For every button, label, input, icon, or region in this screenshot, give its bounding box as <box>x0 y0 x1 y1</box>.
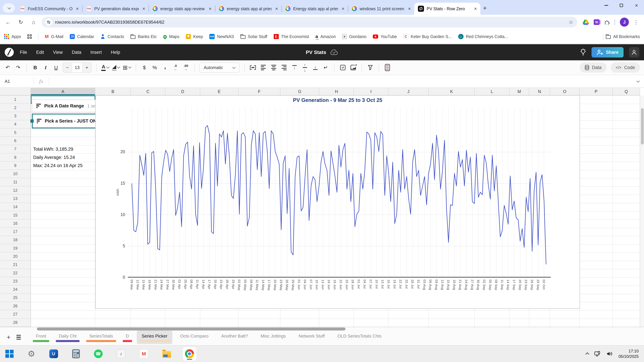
browser-tab[interactable]: FOXPV generation data expor× <box>82 3 148 15</box>
text-color-button[interactable]: A <box>101 63 109 72</box>
row-header-12[interactable]: 12 <box>0 186 31 195</box>
row-header-2[interactable]: 2 <box>0 104 31 112</box>
column-header-D[interactable]: D <box>165 88 200 95</box>
bookmark-item[interactable]: DSMNewNAS <box>209 34 234 39</box>
vertical-align-middle-button[interactable]: ↑↓ <box>301 63 308 72</box>
vertical-scrollbar-thumb[interactable] <box>641 108 644 144</box>
row-header-7[interactable]: 7 <box>0 145 31 153</box>
column-header-E[interactable]: E <box>200 88 238 95</box>
taskbar-windows-start-button[interactable] <box>5 350 14 358</box>
user-avatar-button[interactable] <box>629 47 639 57</box>
taskbar-media-app-button[interactable]: ♪ <box>117 350 126 358</box>
workbook-title[interactable]: PV Stats <box>306 49 326 55</box>
grid-corner-cell[interactable] <box>0 88 31 95</box>
borders-button[interactable]: ⊞ <box>123 63 131 72</box>
bookmark-item[interactable]: MG-Mail <box>45 34 64 39</box>
column-header-P[interactable]: P <box>580 88 613 95</box>
sheet-tab-series-picker[interactable]: Series Picker <box>137 331 172 344</box>
align-left-button[interactable] <box>260 63 267 72</box>
browser-tab[interactable]: windows 11 print screen -× <box>348 3 414 15</box>
column-header-G[interactable]: G <box>280 88 319 95</box>
taskbar-chrome-button-active[interactable] <box>183 347 196 361</box>
menu-item-edit[interactable]: Edit <box>36 50 44 55</box>
number-format-select[interactable]: Automatic <box>200 62 240 72</box>
bookmark-item[interactable]: ♣Giordano <box>342 34 366 39</box>
row-header-23[interactable]: 23 <box>0 277 31 285</box>
address-bar[interactable]: rowzero.io/workbook/97CAAB230193658DE67E… <box>42 17 577 27</box>
row-header-25[interactable]: 25 <box>0 294 31 302</box>
tab-close-icon[interactable]: × <box>142 6 146 11</box>
bookmark-item[interactable]: Contacts <box>100 34 124 39</box>
row-header-6[interactable]: 6 <box>0 137 31 145</box>
site-settings-icon[interactable] <box>45 18 52 26</box>
cell-A7[interactable]: Total kWh: 3,185.29 <box>31 145 73 153</box>
increase-decimal-button[interactable]: .00→ <box>182 63 190 72</box>
insert-chart-button[interactable]: ▁▃+ <box>350 63 357 72</box>
bookmark-item[interactable]: EThe Economist <box>274 34 309 39</box>
italic-button[interactable]: I <box>42 63 49 72</box>
chart-object[interactable]: PV Generation - 9 Mar 25 to 3 Oct 250510… <box>95 95 580 309</box>
cell-A9[interactable]: Max: 24.24 on 16 Apr 25 <box>31 162 82 170</box>
share-button[interactable]: Share <box>592 47 624 57</box>
tab-search-button[interactable] <box>3 3 15 13</box>
row-header-11[interactable]: 11 <box>0 178 31 186</box>
undo-button[interactable]: ↶ <box>4 63 12 72</box>
sheet-tab-misc-jottings[interactable]: Misc Jottings <box>256 331 291 344</box>
minimize-button[interactable] <box>599 0 614 11</box>
all-bookmarks-button[interactable]: All Bookmarks <box>603 33 640 40</box>
bookmark-item[interactable]: Maps <box>163 34 180 39</box>
horizontal-scrollbar-thumb[interactable] <box>37 328 346 331</box>
menu-item-data[interactable]: Data <box>72 50 81 55</box>
column-header-H[interactable]: H <box>319 88 354 95</box>
column-header-A[interactable]: A <box>31 88 95 95</box>
row-header-20[interactable]: 20 <box>0 252 31 261</box>
code-panel-button[interactable]: </> Code <box>611 62 640 72</box>
column-header-B[interactable]: B <box>95 88 131 95</box>
onenote-icon[interactable]: N <box>594 19 600 25</box>
sheet-list-button[interactable] <box>15 335 25 340</box>
tray-expand-icon[interactable] <box>586 353 589 356</box>
tab-close-icon[interactable]: × <box>473 6 478 11</box>
browser-tab[interactable]: energy stats app al priest× <box>215 3 282 15</box>
sheet-tab-daily-cht[interactable]: Daily Cht <box>54 331 82 344</box>
browser-tab[interactable]: FOXFoxESS Community - Own× <box>16 3 82 15</box>
column-header-O[interactable]: O <box>550 88 580 95</box>
display-icon[interactable] <box>594 351 601 357</box>
sheet-tab-d[interactable]: D <box>121 331 134 344</box>
menu-item-insert[interactable]: Insert <box>90 50 102 55</box>
row-header-24[interactable]: 24 <box>0 285 31 294</box>
bookmark-item[interactable]: Keep <box>186 34 203 39</box>
row-header-17[interactable]: 17 <box>0 228 31 236</box>
cell-reference-box[interactable]: A1 <box>0 79 34 84</box>
vertical-align-top-button[interactable]: ↑ <box>291 63 298 72</box>
filter-button[interactable] <box>366 63 374 72</box>
bookmark-item[interactable]: ⌂Red Chimneys Cotta... <box>458 34 508 39</box>
taskbar-file-explorer-button[interactable] <box>162 350 171 358</box>
row-header-14[interactable]: 14 <box>0 203 31 211</box>
row-header-10[interactable]: 10 <box>0 170 31 178</box>
profile-avatar[interactable]: J <box>620 17 629 27</box>
row-header-18[interactable]: 18 <box>0 236 31 244</box>
menu-item-view[interactable]: View <box>53 50 63 55</box>
data-panel-button[interactable]: Data <box>580 62 606 72</box>
browser-menu-icon[interactable]: ⋮ <box>634 19 639 25</box>
row-header-4[interactable]: 4 <box>0 120 31 129</box>
conditional-format-button[interactable] <box>384 63 391 72</box>
drive-icon[interactable] <box>582 19 589 25</box>
back-button[interactable]: ← <box>3 17 13 27</box>
sheet-tab-old-seriestotals-chts[interactable]: OLD SeriesTotals Chts <box>332 331 386 344</box>
browser-tab[interactable]: Energy stats app al priest× <box>282 3 348 15</box>
bookmark-item[interactable]: 10Calendar <box>70 34 94 39</box>
sheet-tab-front[interactable]: Front <box>31 331 51 344</box>
reload-button[interactable]: ↻ <box>16 17 26 27</box>
tab-close-icon[interactable]: × <box>208 6 212 11</box>
row-header-9[interactable]: 9 <box>0 162 31 170</box>
thousands-separator-button[interactable]: , <box>162 62 169 71</box>
widget-resize-handle[interactable] <box>30 119 34 123</box>
fill-color-button[interactable]: ◢ <box>112 63 120 72</box>
insert-table-button[interactable]: ⇄ <box>339 63 346 72</box>
row-header-3[interactable]: 3 <box>0 112 31 120</box>
column-header-J[interactable]: J <box>388 88 429 95</box>
maximize-button[interactable] <box>614 0 629 11</box>
row-header-5[interactable]: 5 <box>0 129 31 137</box>
